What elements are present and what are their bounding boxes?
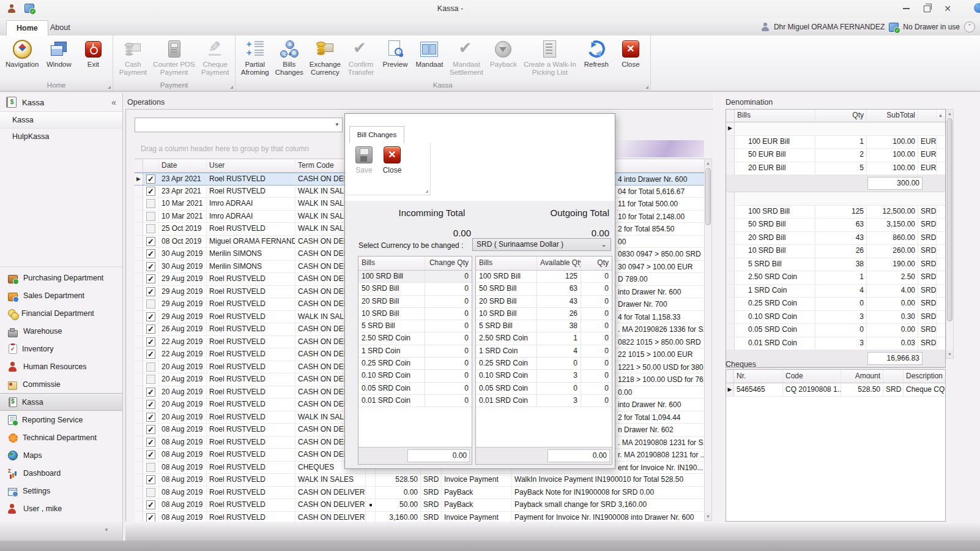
available-bill-row[interactable]: 0.05 SRD Coin00	[476, 383, 612, 395]
available-bill-row[interactable]: 1 SRD Coin40	[476, 345, 612, 358]
row-checkbox[interactable]	[146, 299, 155, 309]
denomination-row[interactable]: 0.25 SRD Coin00.00SRD	[726, 298, 945, 311]
dialog-launcher-icon[interactable]	[108, 86, 111, 89]
change-bill-row[interactable]: 5 SRD Bill0	[358, 320, 472, 332]
sidebar-item-reporting-service[interactable]: Reporting Service	[0, 411, 122, 429]
ribbon-button-partial-afroming[interactable]: PartialAfroming	[238, 37, 272, 81]
collapse-icon[interactable]: «	[111, 97, 116, 107]
denomination-row[interactable]: 0.10 SRD Coin30.30SRD	[726, 311, 945, 324]
change-bill-row[interactable]: 100 SRD Bill0	[358, 271, 472, 283]
sidebar-tree-item-kassa[interactable]: Kassa	[0, 112, 122, 129]
dialog-launcher-icon[interactable]	[645, 86, 648, 89]
ribbon-button-mandaat-settlement[interactable]: MandaatSettlement	[447, 37, 486, 81]
available-bill-row[interactable]: 100 SRD Bill1250	[476, 271, 612, 283]
cheques-header[interactable]: Nr. Code Amount Description	[726, 370, 945, 383]
scroll-down-icon[interactable]: ▼	[946, 350, 953, 358]
row-checkbox[interactable]	[146, 500, 155, 509]
sidebar-item-human-resources[interactable]: Human Resources	[0, 358, 122, 375]
denomination-group-row[interactable]: ▼SRD Total = 16,966.83	[726, 192, 945, 206]
dialog-launcher-icon[interactable]	[425, 190, 428, 193]
operations-scrollbar[interactable]: ▲ ▼	[704, 159, 712, 521]
row-checkbox[interactable]	[146, 513, 155, 522]
row-checkbox[interactable]	[146, 174, 155, 184]
ribbon-button-payback[interactable]: Payback	[486, 37, 521, 81]
dialog-launcher-icon[interactable]	[230, 86, 233, 89]
column-header-date[interactable]: Date	[159, 159, 207, 172]
row-checkbox[interactable]	[146, 375, 155, 384]
minimize-button[interactable]	[896, 0, 916, 17]
help-icon[interactable]	[974, 3, 980, 13]
denomination-row[interactable]: 10 SRD Bill26260.00SRD	[726, 245, 945, 258]
change-qty-cell[interactable]: 0	[425, 383, 472, 394]
ribbon-button-exchange-currency[interactable]: ExchangeCurrency	[306, 37, 344, 81]
cheque-row[interactable]: ▶5465465CQ 20190808 1...528.50SRDCheque …	[726, 383, 945, 397]
row-checkbox[interactable]	[146, 337, 155, 347]
change-bill-row[interactable]: 1 SRD Coin0	[358, 345, 472, 358]
ribbon-button-bills-changes[interactable]: ACBBillsChanges	[272, 37, 306, 81]
available-bill-row[interactable]: 20 SRD Bill430	[476, 296, 612, 308]
row-checkbox[interactable]	[146, 224, 155, 233]
save-button[interactable]: Save	[351, 146, 377, 174]
row-checkbox[interactable]	[146, 262, 155, 271]
column-header-user[interactable]: User	[207, 159, 295, 172]
row-checkbox[interactable]	[146, 400, 155, 409]
table-row[interactable]: 08 Aug 2019Roel RUSTVELDCASH ON DELIVERY…	[135, 499, 704, 512]
qty-cell[interactable]: 0	[581, 320, 612, 332]
row-checkbox[interactable]	[146, 287, 155, 296]
dialog-tab-bill-changes[interactable]: Bill Changes	[349, 126, 404, 143]
dialog-close-button[interactable]: Close	[379, 146, 406, 174]
ribbon-button-refresh[interactable]: Refresh	[579, 37, 614, 81]
column-header-code[interactable]: Code	[783, 370, 841, 383]
column-header-description[interactable]: Description	[904, 370, 945, 383]
restore-button[interactable]	[916, 0, 937, 17]
row-checkbox[interactable]	[146, 237, 155, 246]
qty-cell[interactable]: 0	[581, 332, 612, 344]
operations-filter-combobox[interactable]	[135, 118, 343, 132]
row-checkbox[interactable]	[146, 350, 155, 359]
sidebar-item-sales-department[interactable]: Sales Department	[0, 287, 122, 304]
qty-cell[interactable]: 0	[581, 345, 612, 357]
ribbon-button-window[interactable]: Window	[42, 37, 76, 81]
change-bill-row[interactable]: 0.01 SRD Coin0	[358, 395, 472, 407]
ribbon-button-cash-payment[interactable]: CashPayment	[116, 37, 150, 81]
row-checkbox[interactable]	[146, 187, 155, 196]
sidebar-item-kassa[interactable]: Kassa	[0, 393, 122, 411]
row-checkbox[interactable]	[146, 388, 155, 397]
denomination-row[interactable]: 50 EUR Bill2100.00EUR	[726, 149, 945, 162]
row-checkbox[interactable]	[146, 475, 155, 484]
sidebar-item-user-mike[interactable]: User , mike	[0, 500, 122, 517]
ribbon-button-exit[interactable]: Exit	[76, 37, 110, 81]
denomination-row[interactable]: 0.01 SRD Coin30.03SRD	[726, 337, 945, 351]
denomination-row[interactable]: 20 EUR Bill5100.00EUR	[726, 162, 945, 176]
denomination-scrollbar[interactable]: ▲ ▼	[946, 109, 954, 359]
sidebar-tree-item-hulpkassa[interactable]: HulpKassa	[0, 129, 122, 144]
sidebar-item-dashboard[interactable]: Dashboard	[0, 464, 122, 482]
sidebar-item-financial-department[interactable]: Financial Department	[0, 304, 122, 322]
scroll-down-icon[interactable]: ▼	[705, 512, 711, 520]
row-checkbox[interactable]	[146, 312, 155, 321]
qty-cell[interactable]: 0	[581, 358, 612, 369]
qty-cell[interactable]: 0	[581, 296, 612, 307]
row-checkbox[interactable]	[146, 274, 155, 283]
change-qty-cell[interactable]: 0	[425, 332, 472, 344]
denomination-row[interactable]: 100 EUR Bill1100.00EUR	[726, 136, 945, 149]
denomination-row[interactable]: 100 SRD Bill12512,500.00SRD	[726, 206, 945, 219]
ribbon-button-mandaat[interactable]: Mandaat	[412, 37, 447, 81]
change-qty-cell[interactable]: 0	[425, 271, 472, 282]
qty-cell[interactable]: 0	[581, 283, 612, 294]
sidebar-item-warehouse[interactable]: Warehouse	[0, 322, 122, 340]
qty-cell[interactable]: 0	[581, 370, 612, 381]
denomination-row[interactable]: 2.50 SRD Coin12.50SRD	[726, 271, 945, 285]
change-qty-cell[interactable]: 0	[425, 395, 472, 407]
row-checkbox[interactable]	[146, 212, 155, 221]
available-bills-header[interactable]: Bills Available Qty Qty	[476, 257, 612, 271]
qty-cell[interactable]: 0	[581, 383, 612, 394]
change-bill-row[interactable]: 0.05 SRD Coin0	[358, 383, 472, 395]
currency-select[interactable]: SRD ( Surinaamse Dollar )	[472, 238, 611, 251]
change-bill-row[interactable]: 50 SRD Bill0	[358, 283, 472, 295]
change-bills-header[interactable]: Bills Change Qty	[358, 257, 472, 271]
row-checkbox[interactable]	[146, 450, 155, 459]
table-row[interactable]: 08 Aug 2019Roel RUSTVELDCASH ON DELIVERY…	[135, 487, 704, 500]
denomination-row[interactable]: 20 SRD Bill43860.00SRD	[726, 232, 945, 246]
change-qty-cell[interactable]: 0	[425, 308, 472, 320]
